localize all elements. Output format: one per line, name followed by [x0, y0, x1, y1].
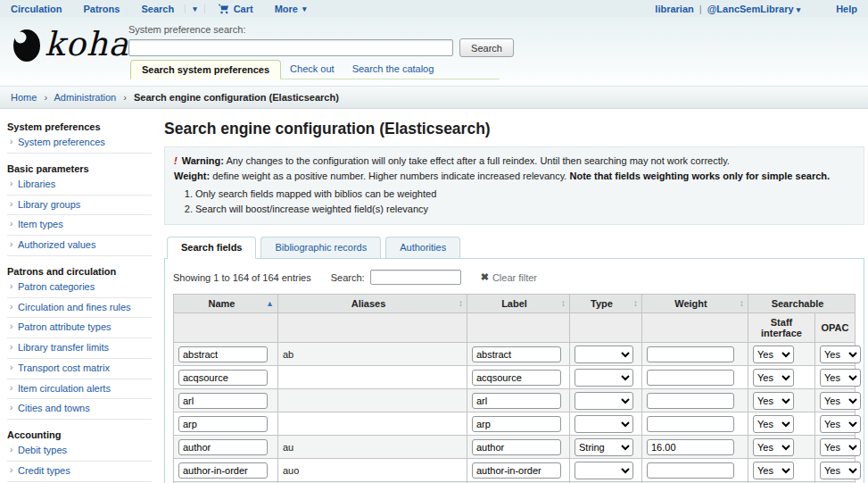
sidebar-item-library-transfer-limits[interactable]: ›Library transfer limits	[7, 338, 152, 359]
breadcrumb-separator-icon: ›	[44, 92, 47, 103]
tab-search-fields[interactable]: Search fields	[167, 237, 256, 259]
sidebar-item-debit-types[interactable]: ›Debit types	[7, 441, 152, 462]
search-label: System preference search:	[128, 24, 514, 35]
col-header-weight[interactable]: Weight↕	[642, 295, 748, 313]
sidebar-item-authorized-values[interactable]: ›Authorized values	[7, 236, 152, 256]
table-search-input[interactable]	[370, 270, 461, 285]
field-name-input[interactable]	[178, 346, 268, 362]
tab-search-the-catalog[interactable]: Search the catalog	[343, 60, 443, 79]
koha-logo[interactable]: koha	[9, 22, 129, 65]
table-info-text: Showing 1 to 164 of 164 entries	[173, 272, 311, 283]
breadcrumb-current: Search engine configuration (Elasticsear…	[134, 92, 339, 103]
field-name-input[interactable]	[178, 439, 268, 455]
field-aliases	[278, 412, 467, 436]
field-type-select[interactable]: String	[575, 438, 633, 456]
field-label-input[interactable]	[472, 370, 561, 386]
staff-searchable-select[interactable]: Yes	[753, 415, 794, 433]
field-label-input[interactable]	[472, 439, 561, 455]
subheader-empty	[174, 313, 278, 343]
tab-bibliographic-records[interactable]: Bibliographic records	[260, 237, 381, 258]
table-row: Yes Yes	[174, 366, 856, 389]
system-preference-search-input[interactable]	[128, 39, 453, 56]
sidebar-item-library-groups[interactable]: ›Library groups	[7, 196, 152, 216]
opac-searchable-select[interactable]: Yes	[820, 369, 861, 387]
clear-icon: ✖	[481, 271, 489, 283]
staff-searchable-select[interactable]: Yes	[753, 392, 794, 410]
field-type-select[interactable]	[575, 369, 633, 387]
item-arrow-icon: ›	[10, 362, 12, 374]
opac-searchable-select[interactable]: Yes	[820, 346, 861, 363]
field-weight-input[interactable]	[647, 346, 734, 362]
nav-search-dropdown[interactable]: ▾	[185, 4, 205, 13]
field-weight-input[interactable]	[647, 439, 734, 455]
sidebar-item-system-preferences[interactable]: ›System preferences	[7, 133, 152, 154]
nav-user[interactable]: librarian	[655, 4, 693, 14]
breadcrumb-home[interactable]: Home	[11, 92, 37, 103]
nav-more[interactable]: More ▾	[275, 4, 307, 14]
sidebar-item-item-circulation-alerts[interactable]: ›Item circulation alerts	[7, 379, 152, 400]
sidebar-item-libraries[interactable]: ›Libraries	[7, 175, 152, 196]
field-name-input[interactable]	[178, 393, 268, 409]
item-arrow-icon: ›	[10, 281, 12, 293]
sidebar-item-patron-attribute-types[interactable]: ›Patron attribute types	[7, 318, 152, 338]
opac-searchable-select[interactable]: Yes	[820, 392, 861, 410]
sidebar-item-cities-and-towns[interactable]: ›Cities and towns	[7, 399, 152, 420]
field-weight-input[interactable]	[647, 462, 734, 479]
field-label-input[interactable]	[472, 393, 561, 409]
breadcrumb-administration[interactable]: Administration	[54, 92, 117, 103]
tab-authorities[interactable]: Authorities	[385, 237, 460, 258]
staff-searchable-select[interactable]: Yes	[753, 369, 794, 387]
staff-searchable-select[interactable]: Yes	[753, 346, 794, 363]
field-weight-input[interactable]	[647, 416, 734, 432]
staff-searchable-select[interactable]: Yes	[753, 438, 794, 456]
subheader-empty	[467, 313, 570, 343]
field-type-select[interactable]	[575, 462, 633, 479]
field-name-input[interactable]	[178, 370, 268, 386]
sidebar-item-transport-cost-matrix[interactable]: ›Transport cost matrix	[7, 359, 152, 379]
field-name-input[interactable]	[178, 416, 268, 432]
col-header-type[interactable]: Type↕	[570, 295, 642, 313]
col-header-name[interactable]: Name▲	[174, 295, 278, 313]
search-fields-panel: Showing 1 to 164 of 164 entries Search: …	[164, 258, 864, 483]
tab-check-out[interactable]: Check out	[281, 60, 343, 79]
col-header-searchable: Searchable	[748, 295, 856, 313]
clear-filter-button[interactable]: ✖ Clear filter	[481, 271, 537, 283]
opac-searchable-select[interactable]: Yes	[820, 462, 861, 479]
field-label-input[interactable]	[472, 346, 561, 362]
subheader-staff-interface: Staff interface	[748, 313, 815, 343]
sidebar-item-circulation-fines-rules[interactable]: ›Circulation and fines rules	[7, 298, 152, 319]
sidebar-item-item-types[interactable]: ›Item types	[7, 215, 152, 236]
field-name-input[interactable]	[178, 462, 268, 479]
sidebar-item-credit-types[interactable]: ›Credit types	[7, 462, 152, 482]
search-button[interactable]: Search	[459, 38, 514, 57]
table-row: Yes Yes	[174, 389, 856, 412]
sort-icon: ↕	[740, 298, 744, 308]
staff-searchable-select[interactable]: Yes	[753, 462, 794, 479]
tab-search-system-preferences[interactable]: Search system preferences	[130, 60, 281, 79]
nav-circulation[interactable]: Circulation	[11, 4, 62, 14]
field-aliases: ab	[278, 343, 467, 366]
sidebar-item-patron-categories[interactable]: ›Patron categories	[7, 278, 152, 298]
field-weight-input[interactable]	[647, 393, 734, 409]
opac-searchable-select[interactable]: Yes	[820, 438, 861, 456]
field-type-select[interactable]	[575, 415, 633, 433]
field-type-select[interactable]	[575, 346, 633, 363]
sidebar-heading-basic-parameters: Basic parameters	[7, 163, 152, 174]
admin-sidebar: System preferences ›System preferences B…	[7, 120, 152, 483]
nav-help[interactable]: Help	[836, 4, 857, 14]
nav-cart[interactable]: Cart	[218, 4, 253, 14]
col-header-label[interactable]: Label↕	[467, 295, 570, 313]
nav-search[interactable]: Search	[141, 4, 174, 14]
field-label-input[interactable]	[472, 462, 561, 479]
table-row: au String Yes Yes	[174, 436, 856, 459]
field-weight-input[interactable]	[647, 370, 734, 386]
breadcrumb: Home › Administration › Search engine co…	[0, 86, 868, 109]
nav-patrons[interactable]: Patrons	[83, 4, 120, 14]
field-label-input[interactable]	[472, 416, 561, 432]
field-type-select[interactable]	[575, 392, 633, 410]
nav-library-menu[interactable]: @LancSemLibrary ▾	[707, 4, 801, 14]
subheader-empty	[570, 313, 642, 343]
opac-searchable-select[interactable]: Yes	[820, 415, 861, 433]
koha-logo-text: koha	[45, 28, 129, 61]
col-header-aliases[interactable]: Aliases↕	[278, 295, 467, 313]
